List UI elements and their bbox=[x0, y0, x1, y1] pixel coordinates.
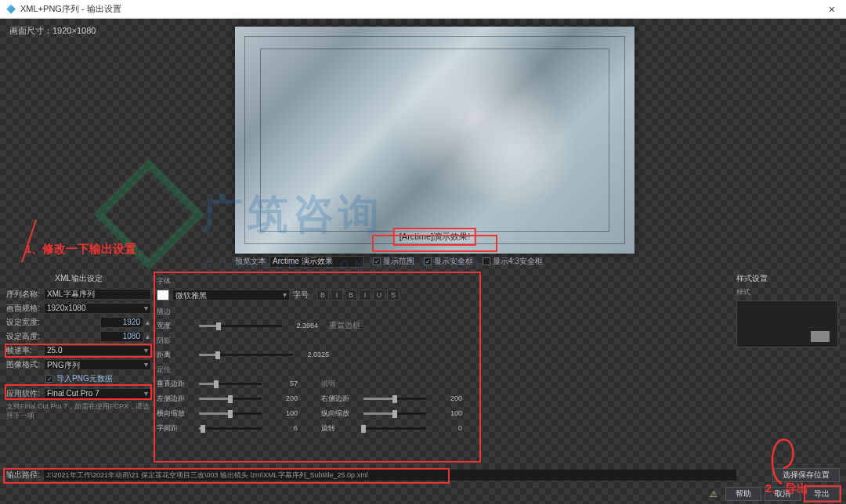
export-button[interactable]: 导出 bbox=[804, 487, 840, 501]
annotation-stroke bbox=[17, 218, 41, 265]
strike-button[interactable]: S bbox=[387, 290, 400, 301]
font-dropdown[interactable]: 微软雅黑 bbox=[172, 290, 290, 301]
style-thumbnail[interactable] bbox=[736, 301, 838, 347]
dimension-label: 画面尺寸：1920×1080 bbox=[9, 25, 96, 37]
style-button[interactable]: B bbox=[345, 290, 357, 301]
format-dropdown[interactable]: PNG序列 bbox=[44, 359, 151, 370]
underline-button[interactable]: U bbox=[373, 290, 385, 301]
style-preset-panel: 样式设置 样式 bbox=[736, 273, 838, 347]
style-button[interactable]: I bbox=[359, 290, 371, 301]
cancel-button[interactable]: 取消 bbox=[765, 487, 801, 501]
italic-button[interactable]: I bbox=[331, 290, 343, 301]
safe-frame-inner bbox=[260, 49, 609, 232]
rotate-slider[interactable] bbox=[363, 427, 426, 430]
subtitle-sample: [Arctime]演示效果! bbox=[393, 228, 476, 246]
chk-embed-png[interactable]: ✓导入PNG元数据 bbox=[45, 373, 151, 384]
warning-icon: ⚠ bbox=[710, 489, 718, 499]
v-scale-slider[interactable] bbox=[363, 412, 426, 415]
stroke-reset[interactable]: 重置边框 bbox=[329, 320, 360, 331]
output-path-input[interactable] bbox=[44, 470, 736, 481]
output-path-bar: 输出路径: bbox=[6, 468, 736, 482]
workspace: 画面尺寸：1920×1080 [Arctime]演示效果! 预览文本 ✓显示范围… bbox=[0, 19, 846, 504]
h-scale-slider[interactable] bbox=[199, 412, 262, 415]
style-panel: 字体 微软雅黑 字号 B I B I U S 描边 宽度 2.3984 bbox=[157, 273, 478, 436]
stepper-icon[interactable]: ▴ bbox=[143, 318, 151, 326]
spacing-slider[interactable] bbox=[199, 427, 262, 430]
app-dropdown[interactable]: Final Cut Pro 7 bbox=[44, 388, 151, 399]
fps-dropdown[interactable]: 25.0 bbox=[44, 345, 151, 356]
height-input[interactable]: 1080 bbox=[100, 331, 143, 342]
chk-show-range[interactable]: ✓显示范围 bbox=[373, 256, 414, 267]
panel-title: 样式设置 bbox=[736, 273, 838, 284]
preview-text-input[interactable] bbox=[269, 256, 363, 268]
titlebar: XML+PNG序列 - 输出设置 × bbox=[0, 0, 846, 19]
font-style-toolbar: B I B I U S bbox=[316, 290, 400, 301]
bold-button[interactable]: B bbox=[316, 290, 329, 301]
stepper-icon[interactable]: ▴ bbox=[143, 332, 151, 340]
chk-show-43[interactable]: 显示4:3安全框 bbox=[483, 256, 543, 267]
choose-save-button[interactable]: 选择保存位置 bbox=[772, 468, 840, 482]
panel-title: XML输出设定 bbox=[6, 273, 151, 284]
preview-text-label: 预览文本 bbox=[235, 256, 266, 267]
l-margin-slider[interactable] bbox=[199, 398, 262, 400]
xml-output-panel: XML输出设定 序列名称: 画面规格:1920x1080 设定宽度:1920▴ … bbox=[6, 273, 151, 420]
help-button[interactable]: 帮助 bbox=[725, 487, 761, 501]
chk-show-safe[interactable]: ✓显示安全框 bbox=[424, 256, 473, 267]
app-hint: 支持Final Cut Pro 7，如需在使用FCPX，请选择下一项 bbox=[6, 402, 151, 420]
preview-viewport: [Arctime]演示效果! bbox=[235, 27, 634, 254]
preview-toolbar: 预览文本 ✓显示范围 ✓显示安全框 显示4:3安全框 bbox=[235, 254, 634, 269]
annotation-number: 1、 bbox=[25, 242, 43, 257]
shadow-dist-slider[interactable] bbox=[199, 354, 293, 356]
r-margin-slider[interactable] bbox=[363, 398, 426, 400]
seq-name-input[interactable] bbox=[44, 289, 151, 300]
font-color-swatch[interactable] bbox=[157, 290, 169, 301]
close-icon[interactable]: × bbox=[824, 3, 840, 16]
window-title: XML+PNG序列 - 输出设置 bbox=[20, 3, 121, 15]
resolution-dropdown[interactable]: 1920x1080 bbox=[44, 303, 151, 314]
width-input[interactable]: 1920 bbox=[100, 317, 143, 328]
app-logo-icon bbox=[6, 5, 16, 14]
dialog-buttons: ⚠ 帮助 取消 导出 bbox=[710, 487, 840, 501]
watermark-logo-icon bbox=[110, 175, 188, 254]
annotation-text: 修改一下输出设置 bbox=[42, 242, 136, 257]
v-margin-slider[interactable] bbox=[199, 383, 262, 385]
stroke-width-slider[interactable] bbox=[199, 325, 282, 327]
